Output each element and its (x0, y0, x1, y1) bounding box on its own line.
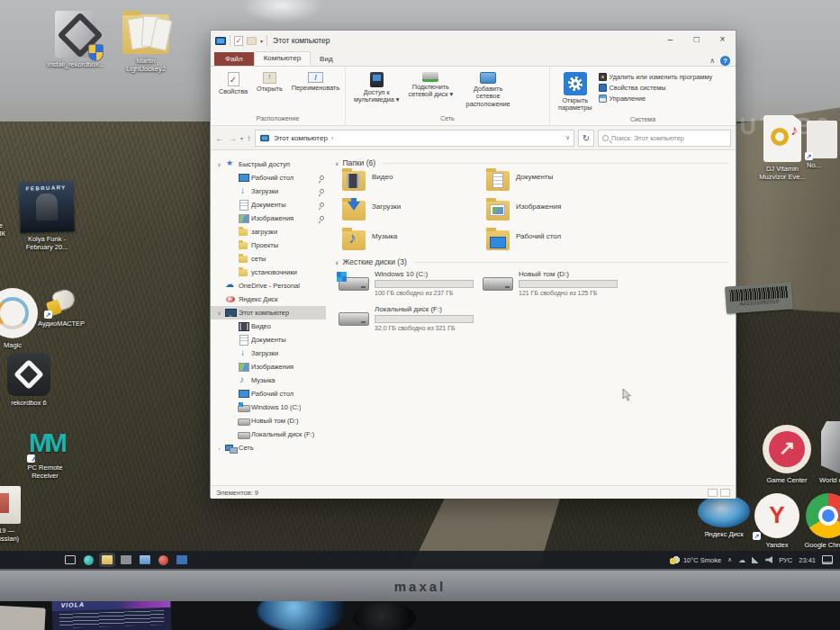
nav-item[interactable]: ∨ Быстрый доступ (211, 158, 326, 171)
collapse-section-icon[interactable]: ∨ (335, 160, 339, 166)
desktop-icon-partial-russian[interactable]: 019 — (Russian) (0, 486, 40, 544)
language-indicator[interactable]: РУС (779, 556, 792, 564)
media-access-button[interactable]: Доступ к мультимедиа ▾ (351, 70, 402, 106)
nav-item[interactable]: Windows 10 (C:) (211, 400, 326, 414)
desktop-icon-world-of-tanks[interactable]: World of Ta... (805, 421, 840, 484)
manage-button[interactable]: Управление (599, 94, 713, 103)
tray-expand-icon[interactable]: ∧ (727, 556, 732, 563)
refresh-button[interactable]: ↻ (578, 130, 594, 147)
yandex-logo-icon: Y↗ (754, 493, 799, 538)
tab-view[interactable]: Вид (311, 53, 341, 66)
nav-item[interactable]: загрузки (211, 225, 326, 238)
breadcrumb[interactable]: Этот компьютер (274, 134, 328, 142)
address-breadcrumb-bar[interactable]: Этот компьютер › ∨ (255, 130, 574, 147)
qat-dropdown-icon[interactable]: ▾ (260, 38, 263, 44)
folder-tile[interactable]: Документы (486, 171, 630, 191)
new-folder-quick-icon[interactable] (247, 37, 257, 45)
add-network-location-button[interactable]: Добавить сетевое расположение (459, 70, 517, 110)
maximize-button[interactable]: □ (683, 31, 709, 50)
drive-tile[interactable]: Локальный диск (F:) 32,0 ГБ свободно из … (339, 305, 483, 331)
album-person-silhouette (35, 194, 58, 221)
taskbar-app-blue-icon[interactable] (176, 555, 187, 564)
nav-item[interactable]: Проекты (211, 238, 326, 252)
up-button[interactable]: ↑ (247, 133, 251, 143)
nav-item[interactable]: Загрузки (211, 346, 326, 360)
system-properties-button[interactable]: Свойства системы (599, 84, 713, 92)
folders-section-header[interactable]: ∨ Папки (6) (335, 158, 728, 167)
taskbar-app-gray-icon[interactable] (121, 555, 131, 564)
task-view-icon[interactable] (65, 555, 76, 564)
action-center-icon[interactable] (822, 555, 833, 564)
drives-section-header[interactable]: ∨ Жесткие диски (3) (335, 257, 728, 266)
recent-locations-icon[interactable]: ▾ (240, 135, 243, 141)
nav-item[interactable]: Документы (211, 198, 326, 212)
collapse-ribbon-icon[interactable]: ∧ (709, 57, 715, 65)
desktop-icon-pc-remote-receiver[interactable]: MM↗ PC Remote Receiver (0, 425, 95, 481)
nav-item[interactable]: Изображения (211, 212, 326, 225)
folder-tile[interactable]: Загрузки (342, 201, 486, 220)
taskbar-app-red-icon[interactable] (158, 555, 168, 565)
nav-item[interactable]: установочники (211, 266, 326, 279)
uninstall-program-button[interactable]: Удалить или изменить программу (599, 73, 713, 81)
desktop-icon-google-chrome[interactable]: Google Chrome (794, 493, 840, 549)
desktop-icon-partial-no[interactable]: ↗ No... (807, 121, 840, 169)
nav-item[interactable]: Новый том (D:) (211, 414, 326, 428)
nav-item[interactable]: › Сеть (211, 441, 326, 454)
close-button[interactable]: × (709, 31, 736, 50)
collapse-section-icon[interactable]: ∨ (335, 259, 339, 266)
nav-item[interactable]: OneDrive - Personal (211, 279, 326, 292)
taskbar-app-folder-icon[interactable] (140, 555, 150, 564)
nav-item[interactable]: Документы (211, 333, 326, 346)
search-box[interactable] (598, 130, 731, 147)
drive-tile[interactable]: Windows 10 (C:) 100 ГБ свободно из 237 Г… (339, 270, 483, 296)
map-network-drive-button[interactable]: Подключить сетевой диск ▾ (406, 70, 456, 101)
clock[interactable]: 23:41 (799, 556, 816, 564)
nav-item[interactable]: Загрузки (211, 184, 326, 198)
rename-button[interactable]: I Переименовать (289, 70, 343, 94)
nav-item[interactable]: Локальный диск (F:) (211, 428, 326, 441)
open-button[interactable]: Открыть (254, 70, 285, 94)
drive-tile[interactable]: Новый том (D:) 121 ГБ свободно из 125 ГБ (483, 270, 627, 296)
tab-computer[interactable]: Компьютер (254, 51, 311, 66)
forward-button[interactable]: → (228, 133, 237, 143)
desktop-icon-rekordbox6[interactable]: rekordbox 6 (0, 353, 70, 407)
nav-item[interactable]: ∨ Этот компьютер (211, 306, 326, 320)
nav-item[interactable]: Изображения (211, 360, 326, 374)
list-view-toggle-icon[interactable] (708, 489, 718, 497)
nav-item[interactable]: Яндекс Диск (211, 292, 326, 306)
drivewin-icon (238, 402, 248, 412)
help-icon[interactable]: ? (720, 56, 730, 66)
thumbnail-view-toggle-icon[interactable] (720, 489, 730, 497)
desktop-icon-audiomaster[interactable]: ↗ АудиоМАСТЕР (23, 288, 99, 328)
desktop-icon-kolya-funk[interactable]: FEBRUARY Kolya Funk - February 20... (11, 182, 83, 252)
properties-quick-icon[interactable]: ✓ (234, 36, 243, 46)
back-button[interactable]: ← (215, 133, 224, 143)
search-input[interactable] (611, 134, 719, 142)
weather-widget[interactable]: 10°C Smoke (670, 556, 721, 564)
nav-item[interactable]: Музыка (211, 374, 326, 387)
onedrive-tray-icon[interactable] (738, 556, 745, 563)
file-explorer-icon[interactable] (102, 555, 113, 564)
network-tray-icon[interactable] (752, 556, 759, 563)
chevron-icon: › (216, 446, 222, 451)
minimize-button[interactable]: – (657, 31, 683, 50)
nav-item[interactable]: Рабочий стол (211, 171, 326, 184)
group-label-network: Сеть (346, 113, 549, 125)
desk-object-blue (257, 601, 348, 630)
folder-tile[interactable]: Рабочий стол (486, 230, 630, 250)
nav-item[interactable]: Рабочий стол (211, 387, 326, 400)
nav-item[interactable]: Видео (211, 320, 326, 333)
tab-file[interactable]: Файл (214, 52, 254, 66)
folder-tile[interactable]: Изображения (486, 201, 630, 220)
taskbar-app-teal-icon[interactable] (84, 555, 94, 565)
network-drive-icon (422, 72, 438, 82)
nav-item[interactable]: сеты (211, 252, 326, 266)
open-settings-button[interactable]: Открыть параметры (555, 70, 595, 114)
address-dropdown-icon[interactable]: ∨ (565, 134, 570, 141)
folder-tile[interactable]: Видео (342, 171, 486, 191)
volume-tray-icon[interactable] (765, 556, 772, 563)
properties-button[interactable]: ✓ Свойства (216, 70, 250, 97)
desktop-icon-martin-lightjockey[interactable]: Martin LightJockey2 (108, 14, 184, 74)
desktop-icon-install-rekordbox[interactable]: Install_rekordbox... (36, 11, 115, 68)
folder-tile[interactable]: ♪ Музыка (342, 230, 486, 250)
